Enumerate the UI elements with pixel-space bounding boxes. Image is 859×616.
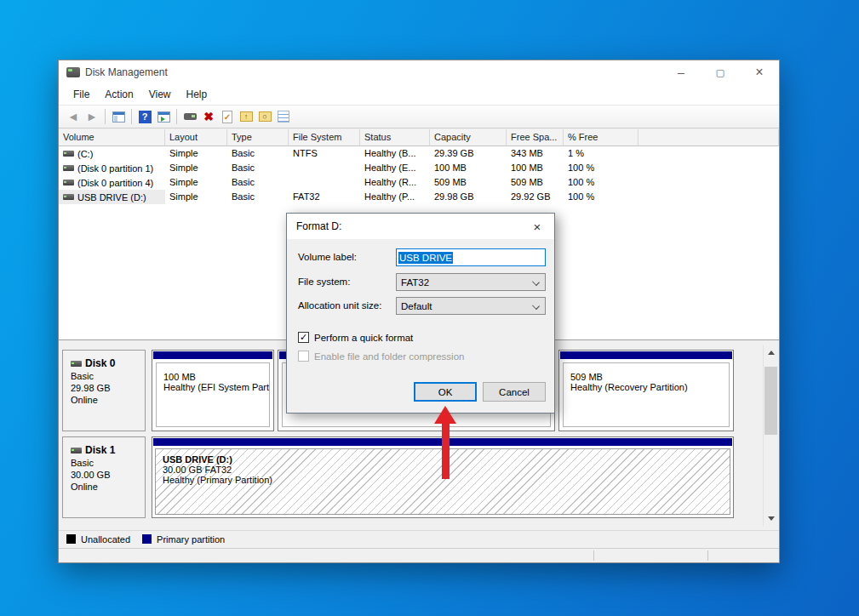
drive-icon [63,180,74,185]
toolbar-separator [105,109,106,124]
column-header-free-space[interactable]: Free Spa... [507,129,564,146]
arrow-head [434,406,456,424]
table-row[interactable]: (Disk 0 partition 4) Simple Basic Health… [59,175,779,190]
volume-list-header: Volume Layout Type File System Status Ca… [59,129,779,146]
rescan-disks-icon[interactable] [181,108,198,125]
status-bar [59,548,779,562]
show-action-pane-icon[interactable] [155,108,172,125]
close-button[interactable]: × [740,60,779,84]
partition-size: 509 MB [570,372,729,382]
menu-view[interactable]: View [141,85,179,104]
volume-label-input[interactable]: USB DRIVE [396,248,546,266]
mark-active-icon[interactable]: ✓ [219,108,236,125]
menu-bar: File Action View Help [59,84,779,105]
folder-up-icon[interactable] [238,108,255,125]
type-cell: Basic [227,161,289,175]
column-header-file-system[interactable]: File System [289,129,360,146]
type-cell: Basic [227,190,289,204]
allocation-unit-value: Default [401,301,432,311]
scrollbar-thumb[interactable] [765,367,777,435]
console-tree-glyph [112,111,125,123]
partition-body: 100 MB Healthy (EFI System Partit [156,362,270,427]
volume-cell: USB DRIVE (D:) [59,190,165,204]
drive-icon [63,151,74,157]
legend-bar: Unallocated Primary partition [59,530,779,547]
volume-cell: (Disk 0 partition 4) [59,175,165,190]
menu-help[interactable]: Help [179,85,215,104]
table-row[interactable]: (C:) Simple Basic NTFS Healthy (B... 29.… [59,146,779,161]
fs-cell: FAT32 [289,190,360,204]
column-header-layout[interactable]: Layout [165,129,227,146]
toolbar: ◄ ► ? ✖ ✓ [59,105,779,128]
maximize-button[interactable]: ▢ [701,60,740,84]
volume-name: USB DRIVE (D:) [77,192,146,202]
table-row-selected[interactable]: USB DRIVE (D:) Simple Basic FAT32 Health… [59,190,779,204]
unallocated-swatch [66,534,76,544]
title-bar: Disk Management – ▢ × [59,60,779,84]
volume-cell: (Disk 0 partition 1) [59,161,165,175]
menu-action[interactable]: Action [97,85,140,104]
fs-cell [289,175,360,190]
delete-volume-icon[interactable]: ✖ [200,108,217,125]
column-header-volume[interactable]: Volume [59,129,165,146]
status-cell: Healthy (R... [360,175,430,190]
disk1-size: 30.00 GB [71,470,145,480]
table-row[interactable]: (Disk 0 partition 1) Simple Basic Health… [59,161,779,175]
fs-cell [289,161,360,175]
menu-file[interactable]: File [66,85,97,104]
help-icon[interactable]: ? [136,108,153,125]
show-console-tree-icon[interactable] [110,108,127,125]
disk-icon [71,361,82,367]
drive-icon [63,194,74,200]
up-triangle [768,351,775,355]
column-header-capacity[interactable]: Capacity [430,129,507,146]
vertical-scrollbar[interactable] [763,345,777,526]
dialog-close-icon[interactable]: × [520,214,554,239]
app-disk-icon [66,67,80,77]
column-header-type[interactable]: Type [227,129,289,146]
minimize-button[interactable]: – [661,60,701,84]
compression-checkbox-disabled: Enable file and folder compression [298,351,464,362]
layout-cell: Simple [165,190,227,204]
forward-icon[interactable]: ► [83,108,100,125]
column-header-status[interactable]: Status [360,129,430,146]
format-dialog: Format D: × Volume label: USB DRIVE File… [286,213,555,414]
ok-button[interactable]: OK [414,382,477,402]
column-header-pct-free[interactable]: % Free [564,129,639,146]
folder-search-icon[interactable] [256,108,273,125]
filler-cell [639,161,779,175]
scroll-up-icon[interactable] [764,345,778,360]
disk0-partition-efi[interactable]: 100 MB Healthy (EFI System Partit [152,350,274,431]
scroll-down-icon[interactable] [764,511,778,526]
quick-format-checkbox[interactable]: ✓ Perform a quick format [298,332,413,343]
cancel-button[interactable]: Cancel [483,382,546,402]
back-icon[interactable]: ◄ [65,108,82,125]
disk0-kind: Basic [71,371,145,381]
toolbar-separator [131,109,132,124]
checkbox-checked-icon: ✓ [298,332,309,343]
disk0-partition-recovery[interactable]: 509 MB Healthy (Recovery Partition) [558,350,734,431]
volume-label-label: Volume label: [298,252,357,262]
checkbox-unchecked-icon [298,351,309,362]
folder-up-glyph [240,111,253,122]
free-cell: 29.92 GB [507,190,564,204]
action-pane-glyph [157,111,170,123]
status-divider [593,550,594,561]
disk0-state: Online [71,395,145,405]
volume-cell: (C:) [59,146,165,161]
down-triangle [768,516,775,521]
properties-icon[interactable] [275,108,292,125]
capacity-cell: 29.98 GB [430,190,507,204]
file-system-select[interactable]: FAT32 [396,273,546,291]
disk0-info-box[interactable]: Disk 0 Basic 29.98 GB Online [62,350,146,431]
allocation-unit-label: Allocation unit size: [298,300,381,311]
quick-format-label: Perform a quick format [314,333,413,343]
layout-cell: Simple [165,175,227,190]
disk-glyph [184,113,197,120]
allocation-unit-select[interactable]: Default [396,297,546,315]
free-cell: 100 MB [507,161,564,175]
disk1-info-box[interactable]: Disk 1 Basic 30.00 GB Online [62,436,146,518]
chevron-down-icon [532,302,540,310]
disk1-state: Online [71,482,145,492]
filler-cell [639,175,779,190]
